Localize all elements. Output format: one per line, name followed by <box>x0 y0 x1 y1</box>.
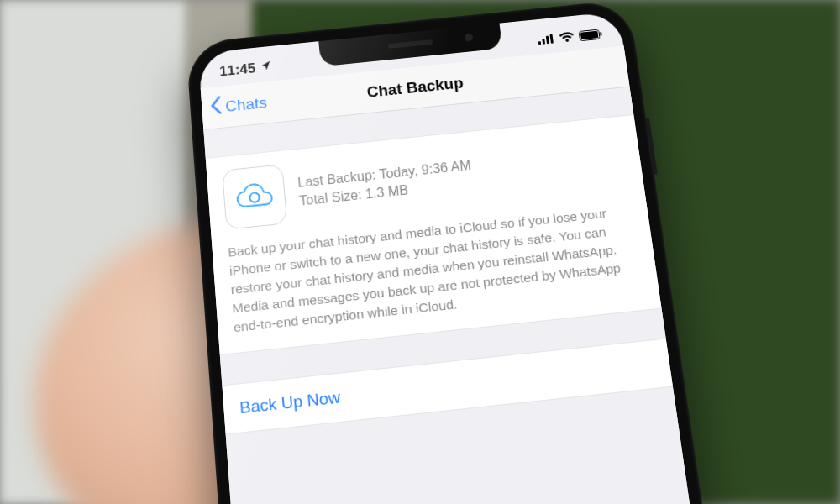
svg-rect-0 <box>538 41 541 45</box>
cellular-signal-icon <box>538 34 555 45</box>
svg-rect-5 <box>580 30 599 39</box>
content-area[interactable]: Last Backup: Today, 9:36 AM Total Size: … <box>203 87 701 504</box>
cloud-backup-icon <box>222 164 287 229</box>
status-time: 11:45 <box>219 60 256 80</box>
back-label: Chats <box>225 93 268 115</box>
battery-icon <box>579 29 603 41</box>
svg-rect-6 <box>600 32 602 36</box>
total-size-label: Total Size: <box>299 187 363 207</box>
page-title: Chat Backup <box>366 74 465 102</box>
back-button[interactable]: Chats <box>209 81 269 129</box>
total-size-value: 1.3 MB <box>365 183 409 202</box>
svg-rect-2 <box>546 36 549 45</box>
chevron-left-icon <box>210 96 223 118</box>
location-arrow-icon <box>260 59 272 76</box>
svg-rect-1 <box>542 39 545 45</box>
wifi-icon <box>559 32 575 43</box>
svg-rect-3 <box>549 34 553 44</box>
phone-frame: 11:45 <box>186 0 716 504</box>
phone-screen: 11:45 <box>198 11 701 504</box>
